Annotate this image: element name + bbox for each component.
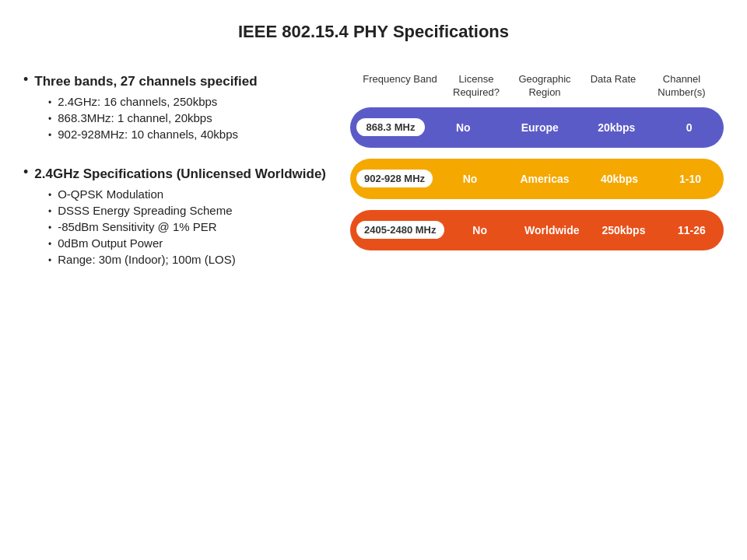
header-channel: Channel Number(s) (651, 73, 713, 100)
cell-channels-1: 0 (666, 121, 713, 134)
sub-dot: • (48, 97, 51, 108)
main-bullet-dot-2: • (23, 164, 28, 180)
sub-text-2-4: 0dBm Output Power (58, 236, 163, 250)
cell-license-3: No (453, 224, 507, 236)
section-2: • 2.4GHz Specifications (Unlicensed Worl… (23, 166, 335, 266)
page-title: IEEE 802.15.4 PHY Specifications (0, 0, 747, 58)
sub-bullet-2-2: • DSSS Energy Spreading Scheme (48, 204, 335, 217)
sub-dot: • (48, 206, 51, 217)
sub-text-1-3: 902-928MHz: 10 channels, 40kbps (58, 128, 238, 141)
cell-region-1: Europe (513, 121, 567, 134)
sub-text-2-2: DSSS Energy Spreading Scheme (58, 204, 232, 217)
header-license: License Required? (445, 73, 507, 100)
cell-channels-3: 11-26 (668, 224, 715, 236)
sub-bullet-2-3: • -85dBm Sensitivity @ 1% PER (48, 220, 335, 233)
cell-rate-3: 250kbps (596, 224, 651, 236)
header-rate: Data Rate (582, 73, 644, 100)
sub-dot: • (48, 222, 51, 233)
cell-license-2: No (443, 173, 497, 185)
main-bullet-text-2: 2.4GHz Specifications (Unlicensed Worldw… (34, 166, 326, 183)
row-cells-3: No Worldwide 250kbps 11-26 (444, 224, 724, 236)
table-row-1: 868.3 MHz No Europe 20kbps 0 (350, 107, 724, 148)
sub-text-1-2: 868.3MHz: 1 channel, 20kbps (58, 111, 212, 124)
sub-dot: • (48, 255, 51, 266)
header-region: Geographic Region (514, 73, 576, 100)
sub-bullets-1: • 2.4GHz: 16 channels, 250kbps • 868.3MH… (48, 95, 335, 141)
cell-region-2: Americas (517, 173, 572, 185)
sub-text-2-1: O-QPSK Modulation (58, 187, 163, 201)
sub-bullet-1-3: • 902-928MHz: 10 channels, 40kbps (48, 128, 335, 141)
right-panel: Frequency Band License Required? Geograp… (350, 73, 724, 291)
sub-dot: • (48, 130, 51, 141)
sub-dot: • (48, 114, 51, 124)
cell-license-1: No (436, 121, 490, 134)
freq-badge-2: 902-928 MHz (356, 170, 433, 187)
row-cells-1: No Europe 20kbps 0 (425, 121, 724, 134)
table-row-2: 902-928 MHz No Americas 40kbps 1-10 (350, 159, 724, 199)
cell-rate-1: 20kbps (589, 121, 644, 134)
main-bullet-dot-1: • (23, 72, 28, 88)
sub-bullet-2-1: • O-QPSK Modulation (48, 187, 335, 201)
row-cells-2: No Americas 40kbps 1-10 (433, 173, 724, 185)
header-freq: Frequency Band (361, 73, 439, 100)
left-panel: • Three bands, 27 channels specified • 2… (23, 73, 350, 291)
cell-region-3: Worldwide (524, 224, 579, 236)
sub-bullet-2-4: • 0dBm Output Power (48, 236, 335, 250)
table-header: Frequency Band License Required? Geograp… (350, 73, 724, 100)
sub-dot: • (48, 239, 51, 250)
cell-channels-2: 1-10 (667, 173, 714, 185)
freq-badge-1: 868.3 MHz (356, 118, 425, 136)
freq-badge-3: 2405-2480 MHz (356, 221, 444, 239)
table-row-3: 2405-2480 MHz No Worldwide 250kbps 11-26 (350, 210, 724, 250)
sub-dot: • (48, 190, 51, 201)
sub-bullet-1-1: • 2.4GHz: 16 channels, 250kbps (48, 95, 335, 108)
section-1: • Three bands, 27 channels specified • 2… (23, 73, 335, 141)
main-bullet-text-1: Three bands, 27 channels specified (34, 73, 257, 90)
sub-bullet-1-2: • 868.3MHz: 1 channel, 20kbps (48, 111, 335, 124)
sub-bullet-2-5: • Range: 30m (Indoor); 100m (LOS) (48, 253, 335, 266)
sub-text-1-1: 2.4GHz: 16 channels, 250kbps (58, 95, 217, 108)
sub-bullets-2: • O-QPSK Modulation • DSSS Energy Spread… (48, 187, 335, 266)
spec-table: Frequency Band License Required? Geograp… (350, 73, 724, 261)
cell-rate-2: 40kbps (592, 173, 647, 185)
sub-text-2-3: -85dBm Sensitivity @ 1% PER (58, 220, 216, 233)
sub-text-2-5: Range: 30m (Indoor); 100m (LOS) (58, 253, 235, 266)
